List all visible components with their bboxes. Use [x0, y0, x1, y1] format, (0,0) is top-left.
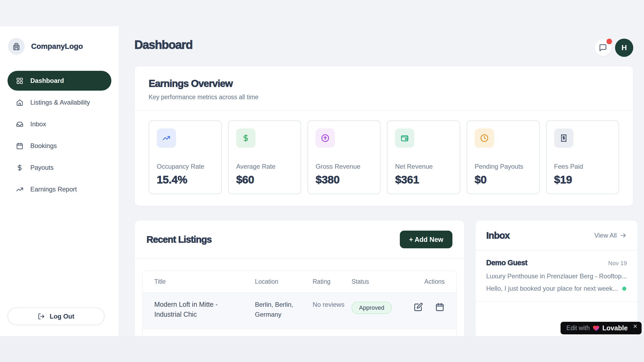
metric-pending-payouts: Pending Payouts $0: [467, 120, 540, 194]
calendar-icon: [16, 142, 23, 150]
column-header-title: Title: [154, 278, 255, 285]
sidebar-item-label: Payouts: [30, 164, 54, 171]
listing-actions: [414, 300, 445, 312]
metric-average-rate: Average Rate $60: [228, 120, 301, 194]
metric-value: $0: [475, 173, 532, 186]
metric-value: $380: [316, 173, 372, 186]
message-date: Nov 19: [608, 260, 627, 267]
sidebar-item-label: Inbox: [30, 120, 46, 128]
trending-up-icon: [157, 128, 176, 148]
metric-label: Gross Revenue: [316, 163, 372, 170]
column-header-rating: Rating: [313, 278, 352, 285]
dollar-icon: [236, 128, 255, 148]
column-header-actions: Actions: [425, 278, 445, 285]
message-subject: Luxury Penthouse in Prenzlauer Berg - Ro…: [486, 272, 627, 280]
earnings-overview-card: Earnings Overview Key performance metric…: [134, 66, 633, 206]
earnings-overview-title: Earnings Overview: [149, 78, 619, 89]
edit-listing-button[interactable]: [414, 302, 423, 312]
main-header: Dashboard H: [119, 26, 644, 57]
metric-label: Net Revenue: [395, 163, 452, 170]
inbox-title: Inbox: [486, 230, 510, 241]
sidebar-nav: Dashboard Listings & Availability: [8, 71, 111, 199]
metric-value: $60: [236, 173, 293, 186]
inbox-card: Inbox View All Demo Guest Nov 19: [475, 220, 638, 336]
message-preview-row: Hello, I just booked your place for next…: [486, 285, 627, 292]
view-all-link[interactable]: View All: [594, 232, 627, 239]
inbox-icon: [16, 121, 23, 128]
metric-net-revenue: Net Revenue $361: [387, 120, 460, 194]
sidebar-item-label: Earnings Report: [30, 186, 77, 193]
company-logo-text: CompanyLogo: [31, 42, 83, 51]
calendar-icon: [435, 302, 445, 312]
table-row: Modern Loft in Mitte - Industrial Chic B…: [142, 292, 456, 329]
listing-rating: No reviews: [313, 300, 352, 309]
listing-title: Modern Loft in Mitte - Industrial Chic: [154, 300, 255, 319]
sidebar-item-listings[interactable]: Listings & Availability: [8, 93, 111, 112]
listing-status: Approved: [352, 300, 413, 314]
sidebar-item-bookings[interactable]: Bookings: [8, 136, 111, 156]
badge-prefix: Edit with: [566, 324, 590, 332]
header-actions: H: [595, 39, 633, 57]
column-header-status: Status: [352, 278, 413, 285]
home-icon: [16, 99, 23, 106]
edit-with-lovable-badge[interactable]: Edit with Lovable ×: [561, 322, 642, 334]
receipt-dollar-icon: [554, 128, 573, 148]
sidebar-item-label: Listings & Availability: [30, 99, 90, 106]
sidebar: CompanyLogo Dashboard: [0, 26, 119, 336]
metric-label: Fees Paid: [554, 163, 611, 170]
notification-dot: [606, 39, 612, 44]
grid-icon: [16, 77, 23, 84]
table-row: [142, 329, 456, 336]
avatar[interactable]: H: [615, 39, 633, 57]
status-badge: Approved: [352, 302, 392, 314]
arrow-up-circle-icon: [316, 128, 335, 148]
availability-calendar-button[interactable]: [435, 302, 445, 312]
sidebar-item-inbox[interactable]: Inbox: [8, 114, 111, 134]
metric-gross-revenue: Gross Revenue $380: [308, 120, 380, 194]
listings-table: Title Location Rating Status Actions Mod…: [142, 271, 457, 336]
earnings-overview-header: Earnings Overview Key performance metric…: [135, 66, 633, 111]
logout-icon: [38, 313, 45, 320]
page-title: Dashboard: [134, 38, 192, 51]
sidebar-item-payouts[interactable]: Payouts: [8, 158, 111, 178]
metrics-grid: Occupancy Rate 15.4% Average Rate $60: [135, 111, 633, 206]
trending-up-icon: [16, 186, 23, 193]
metric-value: $19: [554, 173, 611, 186]
logout-button[interactable]: Log Out: [8, 308, 105, 325]
logo: CompanyLogo: [8, 38, 111, 55]
company-logo-icon: [8, 38, 25, 55]
sidebar-item-earnings-report[interactable]: Earnings Report: [8, 179, 111, 199]
add-new-button[interactable]: + Add New: [400, 231, 452, 248]
recent-listings-title: Recent Listings: [147, 234, 212, 245]
sidebar-item-dashboard[interactable]: Dashboard: [8, 71, 111, 91]
chat-bubble-icon: [599, 44, 607, 52]
listings-table-header: Title Location Rating Status Actions: [142, 271, 456, 292]
clock-icon: [475, 128, 494, 148]
close-icon[interactable]: ×: [633, 322, 637, 330]
listing-location: Berlin, Berlin, Germany: [255, 300, 313, 319]
metric-occupancy-rate: Occupancy Rate 15.4%: [149, 120, 222, 194]
message-sender: Demo Guest: [486, 259, 527, 267]
metric-value: 15.4%: [157, 173, 214, 186]
sidebar-item-label: Dashboard: [30, 77, 64, 84]
unread-dot: [622, 287, 626, 291]
app-viewport: CompanyLogo Dashboard: [0, 0, 644, 336]
recent-listings-card: Recent Listings + Add New Title Location…: [134, 220, 464, 336]
list-item[interactable]: Demo Guest Nov 19 Luxury Penthouse in Pr…: [475, 251, 638, 302]
metric-value: $361: [395, 173, 452, 186]
message-preview: Hello, I just booked your place for next…: [486, 285, 618, 292]
recent-listings-header: Recent Listings + Add New: [135, 220, 464, 259]
chat-button[interactable]: [595, 39, 611, 56]
badge-brand: Lovable: [602, 324, 628, 332]
message-top: Demo Guest Nov 19: [486, 259, 627, 267]
bottom-row: Recent Listings + Add New Title Location…: [134, 220, 633, 336]
avatar-initial: H: [621, 43, 627, 52]
arrow-right-icon: [620, 232, 627, 239]
dollar-icon: [16, 164, 23, 171]
edit-pencil-icon: [414, 302, 423, 312]
lovable-heart-icon: [592, 324, 600, 332]
metric-label: Pending Payouts: [475, 163, 532, 170]
view-all-label: View All: [594, 232, 617, 239]
earnings-overview-subtitle: Key performance metrics across all time: [149, 94, 619, 101]
wallet-icon: [395, 128, 414, 148]
